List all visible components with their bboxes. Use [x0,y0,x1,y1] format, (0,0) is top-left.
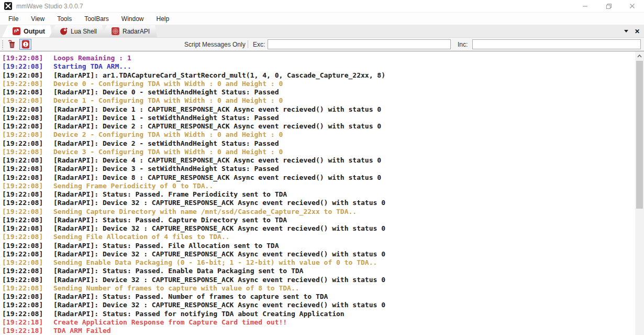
output-toolbar: Script Messages Only Exc: Inc: [0,38,644,51]
log-message: [RadarAPI]: Status: Passed. File Allocat… [53,242,279,250]
scroll-up-icon [637,55,642,58]
tab-radar-api[interactable]: RadarAPI [101,25,157,37]
log-message: Starting TDA ARM... [53,62,131,70]
log-line: [19:22:08][RadarAPI]: Status: Passed for… [2,310,634,318]
log-line: [19:22:08]Sending Capture Directory with… [2,208,634,216]
log-message: [RadarAPI]: Status: Passed. Frame Period… [53,190,287,198]
log-line: [19:22:08][RadarAPI]: Device 1 - setWidt… [2,114,634,122]
log-message: Loops Remaining : 1 [53,54,131,62]
log-timestamp: [19:22:08] [2,114,43,122]
log-message: [RadarAPI]: Status: Passed for notifying… [53,310,345,318]
log-line: [19:22:08]Starting TDA ARM... [2,62,634,71]
log-timestamp: [19:22:08] [2,233,43,241]
close-button[interactable] [620,0,644,12]
window-controls [573,0,644,12]
menu-bar: File View Tools ToolBars Window Help [0,13,644,25]
log-line: [19:22:08]Device 1 - Configuring TDA wit… [2,96,634,105]
menu-item-toolbars[interactable]: ToolBars [78,13,115,25]
log-timestamp: [19:22:08] [2,182,43,190]
log-timestamp: [19:22:08] [2,258,43,267]
log-message: Sending Frame Periodicity of 0 to TDA.. [53,182,213,190]
menu-item-window[interactable]: Window [115,13,150,25]
log-message: [RadarAPI]: Device 32 : CAPTURE_RESPONSE… [53,301,385,309]
log-message: Device 0 - Configuring TDA with Width : … [53,80,283,88]
log-timestamp: [19:22:08] [2,293,43,301]
log-line: [19:22:08]Sending Number of frames to ca… [2,284,634,293]
log-message: [RadarAPI]: Device 0 - setWidthAndHeight… [53,88,279,96]
log-message: Device 2 - Configuring TDA with Width : … [53,131,283,138]
log-line: [19:22:08][RadarAPI]: Device 32 : CAPTUR… [2,301,634,309]
log-message: [RadarAPI]: Status: Passed. Number of fr… [53,293,328,300]
log-timestamp: [19:22:08] [2,301,43,309]
log-timestamp: [19:22:08] [2,54,43,62]
exclude-filter-label: Exc: [253,41,265,48]
log-timestamp: [19:22:08] [2,267,43,275]
log-timestamp: [19:22:08] [2,242,43,250]
log-message: Device 1 - Configuring TDA with Width : … [53,96,283,104]
minimize-button[interactable] [573,0,597,12]
scroll-up-button[interactable] [635,51,644,60]
log-line: [19:22:08][RadarAPI]: Device 32 : CAPTUR… [2,199,634,207]
menu-item-help[interactable]: Help [150,13,176,25]
tab-lua-shell[interactable]: Lua Shell [49,25,104,37]
log-timestamp: [19:22:08] [2,131,43,139]
log-timestamp: [19:22:08] [2,88,43,96]
log-timestamp: [19:22:08] [2,224,43,233]
log-timestamp: [19:22:08] [2,96,43,105]
log-message: Sending Capture Directory with name /mnt… [53,208,357,215]
minimize-icon [582,3,588,9]
toolbar-grip[interactable] [2,40,4,49]
log-line: [19:22:08]Device 3 - Configuring TDA wit… [2,148,634,156]
log-line: [19:22:08]Sending Frame Periodicity of 0… [2,182,634,190]
exclude-filter-input[interactable] [268,39,451,49]
log-timestamp: [19:22:08] [2,148,43,156]
log-timestamp: [19:22:08] [2,156,43,165]
log-message: TDA ARM Failed [53,327,111,334]
log-line: [19:22:08][RadarAPI]: Device 4 : CAPTURE… [2,156,634,165]
vertical-scrollbar[interactable] [635,51,644,335]
log-message: Sending File Allocation of 4 files to TD… [53,233,230,241]
log-message: Sending Enable Data Packaging (0 - 16-bi… [53,258,377,266]
maximize-button[interactable] [597,0,620,12]
log-lines: [19:22:08]Loops Remaining : 1 [19:22:08]… [0,51,644,335]
tab-output[interactable]: Output [2,25,52,37]
log-timestamp: [19:22:08] [2,80,43,88]
log-line: [19:22:08][RadarAPI]: Device 32 : CAPTUR… [2,250,634,258]
log-line: [19:22:08][RadarAPI]: ar1.TDACaptureCard… [2,71,634,80]
tab-radar-api-label: RadarAPI [123,28,150,35]
log-timestamp: [19:22:18] [2,327,43,335]
log-message: [RadarAPI]: Device 2 - setWidthAndHeight… [53,139,279,147]
menu-item-file[interactable]: File [2,13,25,25]
app-icon [4,2,12,10]
log-line: [19:22:08]Device 0 - Configuring TDA wit… [2,80,634,88]
log-line: [19:22:08][RadarAPI]: Device 2 : CAPTURE… [2,122,634,131]
tab-list-dropdown-icon[interactable] [624,30,628,33]
output-log-panel: [19:22:08]Loops Remaining : 1 [19:22:08]… [0,51,644,335]
tab-close-icon[interactable]: ✕ [635,28,640,35]
menu-item-tools[interactable]: Tools [51,13,78,25]
radar-api-icon [112,27,119,35]
menu-item-view[interactable]: View [25,13,51,25]
log-message: [RadarAPI]: Device 2 : CAPTURE_RESPONSE_… [53,122,381,130]
log-message: Device 3 - Configuring TDA with Width : … [53,148,283,156]
log-timestamp: [19:22:08] [2,122,43,131]
log-line: [19:22:08]Sending File Allocation of 4 f… [2,233,634,241]
log-timestamp: [19:22:08] [2,250,43,258]
include-filter-input[interactable] [472,39,641,49]
log-message: [RadarAPI]: Device 4 : CAPTURE_RESPONSE_… [53,156,381,164]
log-timestamp: [19:22:08] [2,105,43,114]
clear-output-button[interactable] [6,39,18,50]
log-timestamp: [19:22:08] [2,190,43,199]
log-message: [RadarAPI]: Status: Passed. Capture Dire… [53,216,287,224]
log-message: [RadarAPI]: Device 8 : CAPTURE_RESPONSE_… [53,174,381,181]
script-messages-only-label[interactable]: Script Messages Only [184,41,246,48]
scrollbar-thumb[interactable] [636,61,643,209]
log-message: Sending Number of frames to capture with… [53,284,299,292]
log-line: [19:22:08]Sending Enable Data Packaging … [2,258,634,267]
log-timestamp: [19:22:08] [2,139,43,148]
script-messages-toggle-button[interactable] [19,39,31,50]
restore-icon [606,3,612,9]
close-icon [629,3,635,9]
log-line: [19:22:08][RadarAPI]: Device 8 : CAPTURE… [2,174,634,182]
tab-output-label: Output [24,28,45,35]
